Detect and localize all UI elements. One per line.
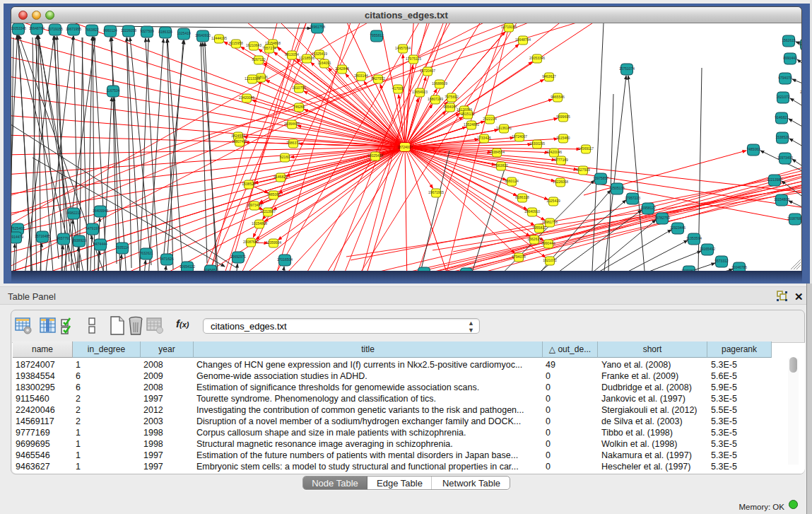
svg-text:12213987: 12213987 xyxy=(260,209,276,214)
svg-text:34982212: 34982212 xyxy=(66,211,81,215)
svg-text:8186328: 8186328 xyxy=(515,195,529,199)
svg-text:8471626: 8471626 xyxy=(160,257,174,261)
svg-text:12923446: 12923446 xyxy=(670,226,686,230)
svg-text:10807457: 10807457 xyxy=(232,139,247,144)
svg-text:20087682: 20087682 xyxy=(787,216,801,221)
svg-text:7485063: 7485063 xyxy=(266,192,281,197)
svg-text:17957223: 17957223 xyxy=(625,196,640,200)
svg-text:1562615: 1562615 xyxy=(782,38,796,42)
svg-text:23420046: 23420046 xyxy=(239,95,254,100)
svg-text:10719155: 10719155 xyxy=(501,25,517,29)
svg-text:11218506: 11218506 xyxy=(299,56,314,60)
svg-text:1538520: 1538520 xyxy=(242,182,256,186)
svg-text:12093872: 12093872 xyxy=(681,269,697,271)
svg-text:19671955: 19671955 xyxy=(428,190,444,194)
svg-text:9146821: 9146821 xyxy=(775,115,789,119)
svg-text:8427552: 8427552 xyxy=(371,76,385,81)
svg-text:10973493: 10973493 xyxy=(247,203,262,207)
svg-text:18640910: 18640910 xyxy=(195,33,211,37)
svg-text:14569117: 14569117 xyxy=(578,146,594,151)
svg-text:13654923: 13654923 xyxy=(412,90,428,94)
svg-text:15751074: 15751074 xyxy=(619,66,635,71)
svg-text:6794078: 6794078 xyxy=(512,255,526,259)
svg-text:8938923: 8938923 xyxy=(72,238,86,243)
svg-text:9463627: 9463627 xyxy=(542,74,556,78)
svg-text:10654122: 10654122 xyxy=(180,264,195,269)
svg-text:2935114: 2935114 xyxy=(115,245,129,250)
svg-text:417006: 417006 xyxy=(392,86,404,90)
svg-text:16961758: 16961758 xyxy=(542,220,558,224)
svg-text:19165492: 19165492 xyxy=(700,247,715,251)
svg-text:7357274: 7357274 xyxy=(262,46,276,50)
svg-text:7632621: 7632621 xyxy=(139,251,153,255)
svg-text:10154808: 10154808 xyxy=(774,197,789,201)
svg-text:1025419: 1025419 xyxy=(177,31,191,35)
svg-text:16961758: 16961758 xyxy=(310,25,325,29)
svg-text:8813054: 8813054 xyxy=(285,52,299,57)
svg-text:10046786: 10046786 xyxy=(731,265,747,269)
svg-text:9474444: 9474444 xyxy=(93,242,107,246)
svg-text:9465546: 9465546 xyxy=(551,95,565,99)
svg-text:16210643: 16210643 xyxy=(246,43,261,47)
svg-text:7625402: 7625402 xyxy=(11,226,25,230)
svg-text:12359934: 12359934 xyxy=(799,42,801,46)
svg-text:3824554: 3824554 xyxy=(231,134,245,138)
svg-text:9327509: 9327509 xyxy=(576,168,590,172)
svg-text:5573312: 5573312 xyxy=(714,259,729,263)
svg-text:12213987: 12213987 xyxy=(767,177,782,182)
svg-text:12505135: 12505135 xyxy=(609,186,625,190)
svg-text:11325419: 11325419 xyxy=(312,52,327,56)
svg-text:7485063: 7485063 xyxy=(746,147,760,151)
svg-text:1615132: 1615132 xyxy=(461,112,475,116)
svg-text:9777169: 9777169 xyxy=(554,158,568,162)
svg-text:10688609: 10688609 xyxy=(432,81,447,86)
svg-text:10025438: 10025438 xyxy=(367,153,383,158)
svg-text:1621072: 1621072 xyxy=(543,258,557,262)
svg-text:18807249: 18807249 xyxy=(428,97,443,101)
svg-text:16409948: 16409948 xyxy=(93,209,108,213)
svg-text:7386372: 7386372 xyxy=(286,141,300,145)
svg-text:15720407: 15720407 xyxy=(420,69,435,73)
svg-text:16648784: 16648784 xyxy=(29,26,45,30)
svg-text:22420046: 22420046 xyxy=(546,150,562,154)
svg-text:10154808: 10154808 xyxy=(252,221,267,226)
svg-text:12359934: 12359934 xyxy=(266,240,281,245)
svg-text:8990443: 8990443 xyxy=(783,56,797,60)
svg-text:17016504: 17016504 xyxy=(277,257,293,262)
svg-text:19384554: 19384554 xyxy=(489,150,505,154)
svg-text:20053346: 20053346 xyxy=(529,56,545,60)
svg-text:1025419: 1025419 xyxy=(546,199,560,203)
svg-text:7955812: 7955812 xyxy=(370,33,384,37)
svg-text:15914479: 15914479 xyxy=(11,235,23,239)
svg-text:2803144: 2803144 xyxy=(354,74,368,78)
svg-text:10958127: 10958127 xyxy=(640,206,656,210)
svg-text:9115460: 9115460 xyxy=(556,136,570,140)
svg-text:8267110: 8267110 xyxy=(252,57,265,62)
svg-text:9699695: 9699695 xyxy=(556,115,570,119)
svg-text:10719155: 10719155 xyxy=(47,27,63,31)
svg-text:26206535: 26206535 xyxy=(800,90,801,94)
svg-text:19671955: 19671955 xyxy=(66,27,81,31)
svg-text:15692971: 15692971 xyxy=(230,255,246,259)
svg-text:1562615: 1562615 xyxy=(527,237,541,241)
svg-text:1610755: 1610755 xyxy=(292,86,306,90)
svg-text:13226058: 13226058 xyxy=(121,28,136,33)
svg-text:8215958: 8215958 xyxy=(229,41,243,45)
svg-text:9657791: 9657791 xyxy=(57,236,71,240)
svg-text:9245652: 9245652 xyxy=(204,268,218,271)
svg-text:13975857: 13975857 xyxy=(593,176,608,180)
svg-text:7955812: 7955812 xyxy=(532,226,546,230)
svg-text:13226058: 13226058 xyxy=(553,180,568,184)
svg-text:746266: 746266 xyxy=(293,105,305,109)
svg-text:11353594: 11353594 xyxy=(686,236,702,240)
svg-text:12444195: 12444195 xyxy=(211,36,227,40)
svg-text:6794078: 6794078 xyxy=(778,76,792,80)
svg-text:16648784: 16648784 xyxy=(515,37,531,42)
svg-text:62160: 62160 xyxy=(280,155,290,159)
svg-text:8186328: 8186328 xyxy=(158,30,172,34)
svg-text:7663822: 7663822 xyxy=(85,28,99,32)
svg-text:14136141: 14136141 xyxy=(496,126,512,130)
svg-text:2522214: 2522214 xyxy=(483,117,497,121)
svg-text:18640910: 18640910 xyxy=(524,209,540,214)
svg-text:18300295: 18300295 xyxy=(529,141,545,146)
